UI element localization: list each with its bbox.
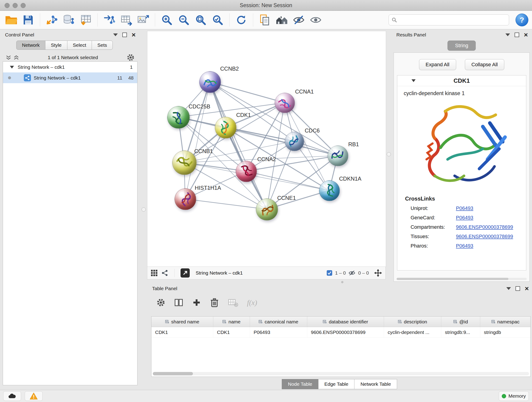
new-network-button[interactable] xyxy=(102,13,117,27)
hidden-eye-slash-icon[interactable] xyxy=(348,270,355,276)
zoom-out-button[interactable] xyxy=(176,13,191,27)
column-header-namespac[interactable]: namespac xyxy=(480,317,531,327)
results-scroll-thumb[interactable] xyxy=(397,278,508,280)
duplicate-button[interactable] xyxy=(257,13,272,27)
column-header-canonical-name[interactable]: canonical name xyxy=(250,317,307,327)
detach-view-button[interactable] xyxy=(181,268,190,278)
column-header--id[interactable]: @id xyxy=(441,317,480,327)
panel-float-icon[interactable] xyxy=(515,286,520,291)
table-row[interactable]: CDK1CDK1P064939606.ENSP00000378699cyclin… xyxy=(152,327,530,338)
network-node-cdk1[interactable] xyxy=(215,117,236,138)
crosslink-link[interactable]: P06493 xyxy=(456,205,473,211)
tab-style[interactable]: Style xyxy=(45,41,67,50)
show-columns-icon[interactable] xyxy=(174,298,183,307)
panel-menu-icon[interactable] xyxy=(113,33,118,36)
refresh-button[interactable] xyxy=(234,13,249,27)
zoom-in-button[interactable] xyxy=(159,13,174,27)
protein-card-cdk1: CDK1 cyclin-dependent kinase 1 CrossLink… xyxy=(397,75,526,270)
control-panel-title: Control Panel xyxy=(5,32,34,38)
share-view-icon[interactable] xyxy=(162,269,168,276)
export-image-button[interactable] xyxy=(136,13,151,27)
network-canvas[interactable]: CCNB2CCNA1CDC25BCDK1CDC6RB1CCNB1CCNA2CDK… xyxy=(147,31,386,267)
panel-close-icon[interactable]: × xyxy=(525,286,529,291)
export-table-button[interactable] xyxy=(119,13,134,27)
expand-all-icon[interactable] xyxy=(13,55,19,60)
panel-float-icon[interactable] xyxy=(122,32,127,37)
network-row-selected[interactable]: String Network – cdk1 11 48 xyxy=(3,72,137,83)
panel-menu-icon[interactable] xyxy=(506,287,511,290)
network-node-cdkn1a[interactable] xyxy=(319,180,340,201)
tab-network-table[interactable]: Network Table xyxy=(354,379,397,389)
table-scroll-thumb[interactable] xyxy=(153,372,193,375)
import-network-database-button[interactable] xyxy=(61,13,76,27)
crosslink-link[interactable]: P06493 xyxy=(456,243,473,249)
network-node-ccne1[interactable] xyxy=(256,198,278,220)
network-node-ccnb1[interactable] xyxy=(172,151,196,175)
gear-icon[interactable] xyxy=(127,53,135,62)
crosslink-link[interactable]: 9606.ENSP00000378699 xyxy=(456,224,513,230)
network-node-ccnb2[interactable] xyxy=(199,71,221,93)
expand-all-button[interactable]: Expand All xyxy=(419,59,456,70)
panel-menu-icon[interactable] xyxy=(505,33,510,36)
warnings-button[interactable] xyxy=(25,391,43,401)
pan-move-icon[interactable] xyxy=(374,269,382,277)
horizontal-splitter-handle[interactable] xyxy=(341,281,343,283)
column-header-name[interactable]: name xyxy=(213,317,250,327)
search-input[interactable] xyxy=(399,17,506,23)
network-edge[interactable] xyxy=(185,82,210,199)
minimize-window-button[interactable] xyxy=(13,3,18,8)
network-edge[interactable] xyxy=(210,82,285,103)
tab-node-table[interactable]: Node Table xyxy=(282,379,318,389)
hide-selected-button[interactable] xyxy=(291,13,306,27)
homes-button[interactable] xyxy=(274,13,289,27)
tab-network[interactable]: Network xyxy=(16,41,45,50)
protein-card-header[interactable]: CDK1 xyxy=(397,75,526,86)
show-all-button[interactable] xyxy=(308,13,323,27)
right-splitter-handle[interactable] xyxy=(387,152,391,156)
cloud-status-button[interactable] xyxy=(3,391,21,401)
collection-expand-icon[interactable] xyxy=(10,66,14,69)
network-node-ccna2[interactable] xyxy=(236,161,257,182)
zoom-selected-button[interactable] xyxy=(210,13,225,27)
table-horizontal-scrollbar[interactable] xyxy=(153,372,529,375)
network-node-rb1[interactable] xyxy=(328,146,348,166)
network-node-hist1h1a[interactable] xyxy=(175,188,196,210)
memory-button[interactable]: Memory xyxy=(499,391,529,401)
zoom-fit-button[interactable] xyxy=(193,13,208,27)
grid-view-icon[interactable] xyxy=(151,269,158,277)
crosslink-link[interactable]: 9606.ENSP00000378699 xyxy=(456,234,513,240)
column-header-description[interactable]: description xyxy=(384,317,441,327)
network-node-cdc25b[interactable] xyxy=(167,106,190,128)
card-expand-icon[interactable] xyxy=(412,79,416,82)
table-cell: CDK1 xyxy=(152,327,213,337)
add-column-plus-icon[interactable] xyxy=(192,298,201,307)
panel-float-icon[interactable] xyxy=(515,32,519,37)
tab-string[interactable]: String xyxy=(447,41,476,51)
network-node-ccna1[interactable] xyxy=(275,93,295,113)
column-header-shared-name[interactable]: shared name xyxy=(152,317,213,327)
delete-column-trash-icon[interactable] xyxy=(210,298,219,307)
panel-close-icon[interactable]: × xyxy=(524,32,528,37)
table-settings-gear-icon[interactable] xyxy=(156,298,165,307)
import-table-file-button[interactable] xyxy=(78,13,93,27)
tab-sets[interactable]: Sets xyxy=(92,41,113,50)
crosslink-link[interactable]: P06493 xyxy=(456,215,473,221)
panel-close-icon[interactable]: × xyxy=(132,32,136,37)
collapse-all-icon[interactable] xyxy=(6,55,12,60)
control-panel: Control Panel × Network Style Select Set… xyxy=(2,31,138,385)
network-collection-row[interactable]: String Network – cdk1 1 xyxy=(3,62,137,72)
tab-select[interactable]: Select xyxy=(67,41,92,50)
save-session-button[interactable] xyxy=(21,13,36,27)
tab-edge-table[interactable]: Edge Table xyxy=(318,379,355,389)
import-network-file-button[interactable] xyxy=(44,13,59,27)
zoom-window-button[interactable] xyxy=(21,3,26,8)
left-splitter-handle[interactable] xyxy=(142,207,146,211)
column-header-database-identifier[interactable]: database identifier xyxy=(307,317,384,327)
close-window-button[interactable] xyxy=(5,3,10,8)
network-node-cdc6[interactable] xyxy=(285,132,304,151)
selected-checkbox-icon[interactable] xyxy=(326,270,332,276)
open-session-button[interactable] xyxy=(4,13,19,27)
results-scrollbar[interactable] xyxy=(397,278,527,280)
help-button[interactable]: ? xyxy=(515,13,528,26)
collapse-all-button[interactable]: Collapse All xyxy=(465,59,505,70)
